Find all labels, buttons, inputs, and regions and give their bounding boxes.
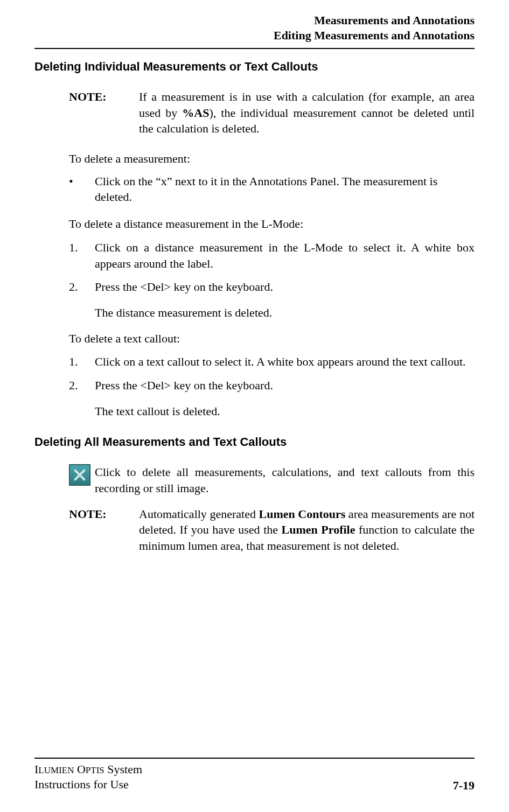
step-text: Press the <Del> key on the keyboard. <box>95 279 475 295</box>
step-text: Click on a text callout to select it. A … <box>95 354 475 370</box>
page: Measurements and Annotations Editing Mea… <box>0 0 509 812</box>
note-body: Automatically generated Lumen Contours a… <box>139 506 475 554</box>
footer-left: ILUMIEN OPTIS System Instructions for Us… <box>34 762 142 793</box>
distance-step-1: 1. Click on a distance measurement in th… <box>69 240 475 271</box>
delete-all-icon <box>69 464 90 486</box>
note-block-1: NOTE: If a measurement is in use with a … <box>69 89 475 137</box>
section-heading-1: Deleting Individual Measurements or Text… <box>34 60 475 74</box>
note-block-2: NOTE: Automatically generated Lumen Cont… <box>69 506 475 554</box>
note-label: NOTE: <box>69 506 139 554</box>
footer-product: ILUMIEN OPTIS System <box>34 762 142 778</box>
step-text: Press the <Del> key on the keyboard. <box>95 377 475 394</box>
footer-doc-title: Instructions for Use <box>34 777 142 793</box>
note-label: NOTE: <box>69 89 139 137</box>
para-delete-callout: To delete a text callout: <box>69 331 475 347</box>
note2-bold1: Lumen Contours <box>259 507 345 521</box>
callout-result: The text callout is deleted. <box>95 403 475 419</box>
icon-cell <box>69 464 95 496</box>
section-heading-2: Deleting All Measurements and Text Callo… <box>34 435 475 449</box>
distance-step-2: 2. Press the <Del> key on the keyboard. <box>69 279 475 295</box>
fp-d: PTIS <box>86 765 104 775</box>
note2-pre: Automatically generated <box>139 507 259 521</box>
header-line-2: Editing Measurements and Annotations <box>34 28 475 43</box>
bullet-mark: • <box>69 173 95 205</box>
section-2-body: Click to delete all measurements, calcul… <box>69 464 475 554</box>
footer-row: ILUMIEN OPTIS System Instructions for Us… <box>34 762 475 793</box>
fp-c: O <box>74 762 85 776</box>
distance-result: The distance measurement is deleted. <box>95 305 475 321</box>
step-number: 1. <box>69 240 95 271</box>
step-number: 1. <box>69 354 95 370</box>
para-delete-distance: To delete a distance measurement in the … <box>69 216 475 232</box>
running-header: Measurements and Annotations Editing Mea… <box>34 0 475 43</box>
bullet-text: Click on the “x” next to it in the Annot… <box>95 173 475 205</box>
para-delete-measurement: To delete a measurement: <box>69 151 475 167</box>
icon-text: Click to delete all measurements, calcul… <box>95 464 475 496</box>
footer: ILUMIEN OPTIS System Instructions for Us… <box>34 758 475 793</box>
page-number: 7-19 <box>453 779 475 793</box>
note-body: If a measurement is in use with a calcul… <box>139 89 475 137</box>
note2-bold2: Lumen Profile <box>282 523 355 536</box>
callout-step-2: 2. Press the <Del> key on the keyboard. <box>69 377 475 394</box>
section-1-body: NOTE: If a measurement is in use with a … <box>69 89 475 419</box>
step-text: Click on a distance measurement in the L… <box>95 240 475 271</box>
fp-e: System <box>104 762 142 776</box>
step-number: 2. <box>69 279 95 295</box>
icon-paragraph: Click to delete all measurements, calcul… <box>69 464 475 496</box>
callout-step-1: 1. Click on a text callout to select it.… <box>69 354 475 370</box>
bullet-item: • Click on the “x” next to it in the Ann… <box>69 173 475 205</box>
fp-b: LUMIEN <box>38 765 74 775</box>
header-rule <box>34 48 475 49</box>
header-line-1: Measurements and Annotations <box>34 13 475 28</box>
step-number: 2. <box>69 377 95 394</box>
note-text-bold: %AS <box>182 106 209 120</box>
footer-rule <box>34 758 475 759</box>
